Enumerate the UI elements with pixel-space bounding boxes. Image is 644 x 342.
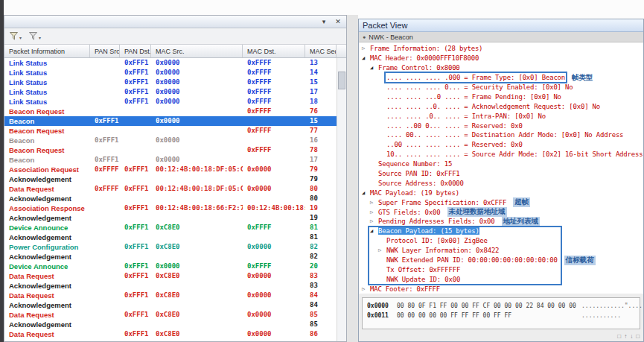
table-row[interactable]: Data Request0xFFFF0xFFF100:12:4B:00:18:D…: [4, 184, 346, 194]
column-header-mac-src[interactable]: MAC Src.: [151, 45, 243, 57]
tree-node[interactable]: ◢Beacon Payload: (15 bytes): [359, 227, 643, 236]
tree-node[interactable]: .... 00.. .... .... = Destination Addr M…: [359, 130, 643, 140]
table-cell: 0xFFFF: [90, 165, 120, 174]
tree-node[interactable]: ◢Frame Control: 0x8000: [359, 63, 643, 73]
tree-node[interactable]: .... ..00 0... .... = Reserved: 0x0: [359, 121, 643, 130]
table-cell: [120, 252, 151, 262]
table-row[interactable]: Data Request0xFFF10xC8E00x000084: [4, 291, 346, 300]
tree-node[interactable]: ◢MAC Header: 0x0000FFF10F8000: [359, 54, 643, 63]
column-header-packet-information[interactable]: Packet Information: [4, 45, 90, 57]
table-row[interactable]: Power Configuration0xFFF10xC8E00x000082: [4, 242, 346, 252]
tree-node[interactable]: Sequence Number: 15: [359, 159, 643, 169]
collapse-toggle-icon[interactable]: ◢: [370, 228, 378, 234]
table-row[interactable]: Beacon0xFFF10x000017: [4, 155, 346, 165]
tree-node[interactable]: .... .... .... 0... = Security Enabled: …: [359, 83, 643, 92]
table-row[interactable]: Acknowledgement83: [4, 281, 346, 291]
collapse-toggle-icon[interactable]: ◢: [362, 55, 370, 61]
table-row[interactable]: Beacon0xFFF10x000016: [4, 136, 346, 145]
table-row[interactable]: Association Request0xFFFF0xFFF100:12:4B:…: [4, 165, 346, 174]
table-row[interactable]: Link Status0xFFF10x00000xFFFF14: [4, 68, 346, 77]
tree-node[interactable]: ▷Pending Addresses Fields: 0x00地址列表域: [359, 217, 643, 227]
table-row[interactable]: Beacon Request0xFFFF77: [4, 126, 346, 136]
vertical-scrollbar[interactable]: [337, 58, 346, 341]
expand-toggle-icon[interactable]: ▷: [362, 286, 370, 292]
column-header-mac-seq[interactable]: MAC Seq.: [305, 45, 337, 57]
tree-node[interactable]: Source Address: 0x0000: [359, 178, 643, 188]
hex-dump-panel[interactable]: 0x000000 80 0F F1 FF 00 00 FF CF 00 00 0…: [362, 297, 640, 329]
column-header-mac-dst[interactable]: MAC Dst.: [243, 45, 305, 57]
tree-node-label: NWK Update ID: 0x00: [386, 276, 460, 283]
table-row[interactable]: Data Request0xFFF10xC8E00x000083: [4, 271, 346, 281]
table-row[interactable]: Acknowledgement81: [4, 232, 346, 242]
table-row[interactable]: Link Status0xFFF10x00000xFFFF15: [4, 77, 346, 87]
expand-toggle-icon[interactable]: ▷: [370, 200, 378, 206]
table-cell: 0xFFFF: [243, 77, 305, 87]
table-cell: [151, 232, 243, 242]
table-row[interactable]: Acknowledgement85: [4, 320, 346, 329]
table-cell: [90, 203, 120, 213]
tree-node[interactable]: 10.. .... .... .... = Source Addr Mode: …: [359, 150, 643, 159]
pane-splitter[interactable]: [347, 15, 358, 342]
table-row[interactable]: Association Response0xFFF100:12:4B:00:18…: [4, 203, 346, 213]
table-row[interactable]: Link Status0xFFF10x00000xFFFF18: [4, 97, 346, 107]
tree-node[interactable]: ▷GTS Fields: 0x00未处理数据地址域: [359, 207, 643, 217]
tree-node[interactable]: .... .... .0.. .... = Intra-PAN: [0x0] N…: [359, 111, 643, 121]
tree-node[interactable]: ..00 .... .... .... = Reserved: 0x0: [359, 140, 643, 150]
table-row[interactable]: Beacon Request0xFFFF76: [4, 107, 346, 116]
table-row[interactable]: Device Announce0xFFF10x00000xFFFF20: [4, 262, 346, 271]
tree-node[interactable]: Source PAN ID: 0xFFF1: [359, 169, 643, 179]
expand-toggle-icon[interactable]: ▷: [378, 247, 386, 253]
tree-node[interactable]: NWK Extended PAN ID: 00:00:00:00:00:00:0…: [359, 256, 643, 265]
pane-close-button[interactable]: ✕: [333, 16, 343, 27]
scroll-control-icon[interactable]: □: [617, 333, 621, 341]
table-row[interactable]: Data Request0xFFF10xC8E00x000086: [4, 329, 346, 339]
scrollbar-thumb[interactable]: [338, 72, 345, 89]
filter-button[interactable]: ▾: [7, 31, 23, 42]
pane-menu-button[interactable]: ▾: [319, 16, 329, 27]
table-row[interactable]: Link Status0xFFF10x00000xFFFF17: [4, 87, 346, 97]
scroll-control-icon[interactable]: ↓: [630, 333, 633, 341]
hex-row[interactable]: 0x000000 80 0F F1 FF 00 00 FF CF 00 00 0…: [367, 301, 635, 311]
collapse-toggle-icon[interactable]: ◢: [362, 190, 370, 196]
tree-node[interactable]: NWK Update ID: 0x00: [359, 274, 643, 284]
tree-node[interactable]: .... .... .... .000 = Frame Type: [0x0] …: [359, 73, 643, 83]
table-row[interactable]: Acknowledgement19: [4, 213, 346, 223]
table-row[interactable]: Beacon Request0xFFFF78: [4, 145, 346, 155]
tree-node-label: Sequence Number: 15: [378, 160, 452, 168]
table-cell: Device Announce: [4, 262, 90, 271]
tree-node[interactable]: Tx Offset: 0xFFFFFF: [359, 265, 643, 274]
expand-toggle-icon[interactable]: ▷: [370, 218, 378, 224]
tree-node[interactable]: ▷Frame Information: (28 bytes): [359, 44, 643, 54]
column-header-pan-dst[interactable]: PAN Dst.: [120, 45, 151, 57]
scroll-control-icon[interactable]: □: [636, 333, 640, 341]
tree-node[interactable]: ▷NWK Layer Information: 0x8422: [359, 246, 643, 256]
hex-row[interactable]: 0x001100 00 00 00 00 FF FF FF 00 FF FF..…: [367, 311, 635, 320]
table-row[interactable]: Acknowledgement84: [4, 300, 346, 310]
tree-node[interactable]: ▷MAC Footer: 0xFFFF: [359, 284, 643, 294]
table-row[interactable]: Beacon0xFFF10x000015: [4, 116, 346, 126]
tree-node[interactable]: Protocol ID: [0x00] ZigBee: [359, 236, 643, 246]
tree-node[interactable]: .... .... ...0 .... = Frame Pending: [0x…: [359, 92, 643, 101]
table-row[interactable]: Device Announce0xFFF10xC8E00xFFFF81: [4, 223, 346, 232]
expand-toggle-icon[interactable]: ▷: [370, 209, 378, 215]
collapse-toggle-icon[interactable]: ◢: [370, 65, 378, 71]
scroll-control-icon[interactable]: ↑: [624, 333, 627, 341]
tree-node-label: Tx Offset: 0xFFFFFF: [386, 266, 460, 273]
tree-node[interactable]: ▷Super Frame Specification: 0xCFFF超帧: [359, 197, 643, 207]
table-cell: 00:12:4B:00:18:DF:05:C1: [151, 184, 243, 194]
table-cell: 0xFFF1: [120, 223, 151, 232]
expand-toggle-icon[interactable]: ▷: [362, 45, 370, 51]
table-row[interactable]: Acknowledgement80: [4, 194, 346, 203]
table-header: Packet InformationPAN Src.PAN Dst.MAC Sr…: [4, 45, 346, 58]
clear-filter-button[interactable]: ▾: [27, 31, 42, 42]
table-row[interactable]: Acknowledgement82: [4, 252, 346, 262]
table-cell: [243, 194, 305, 203]
column-header-pan-src[interactable]: PAN Src.: [90, 45, 120, 57]
tree-node[interactable]: ◢MAC Payload: (19 bytes): [359, 188, 643, 197]
table-cell: [243, 320, 305, 329]
table-row[interactable]: Link Status0xFFF10x00000xFFFF13: [4, 58, 346, 68]
table-row[interactable]: Acknowledgement79: [4, 174, 346, 184]
table-row[interactable]: Data Request0xFFF10xC8E00x000085: [4, 310, 346, 320]
table-cell: [90, 291, 120, 300]
tree-node[interactable]: .... .... ..0. .... = Acknowledgement Re…: [359, 101, 643, 111]
